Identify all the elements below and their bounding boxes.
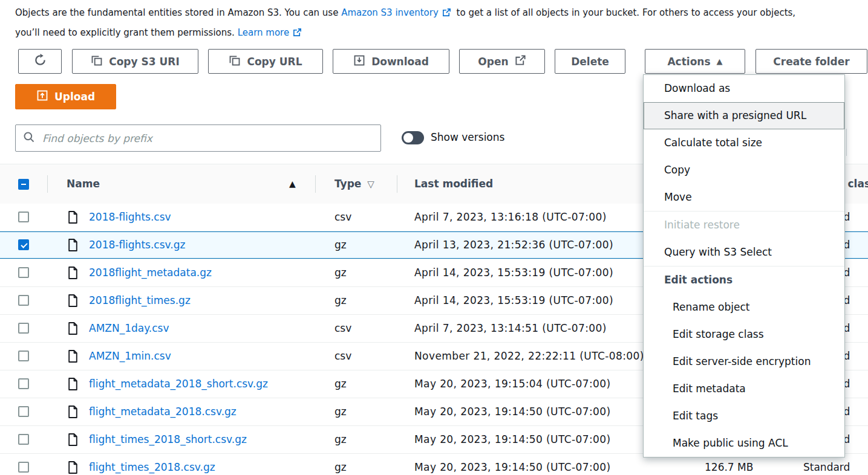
copy-url-label: Copy URL (247, 56, 302, 68)
menu-item-highlighted[interactable]: Share with a presigned URL (644, 102, 844, 129)
object-type: gz (334, 454, 347, 475)
row-checkbox[interactable] (18, 239, 29, 250)
description-line-2: you’ll need to explicitly grant them per… (15, 24, 868, 44)
row-checkbox[interactable] (18, 378, 29, 389)
column-header-last-modified[interactable]: Last modified (414, 164, 493, 204)
open-button[interactable]: Open (459, 49, 545, 74)
copy-url-button[interactable]: Copy URL (208, 49, 323, 74)
object-last-modified: April 7, 2023, 13:16:18 (UTC-07:00) (414, 204, 607, 231)
object-last-modified: May 20, 2023, 19:15:04 (UTC-07:00) (414, 370, 611, 398)
row-checkbox[interactable] (18, 295, 29, 306)
objects-description: Objects are the fundamental entities sto… (15, 4, 868, 44)
column-divider (315, 175, 316, 193)
object-name-link[interactable]: 2018-flights.csv.gz (89, 231, 185, 259)
row-checkbox[interactable] (18, 406, 29, 417)
row-checkbox[interactable] (18, 462, 29, 473)
row-checkbox[interactable] (18, 351, 29, 361)
menu-item[interactable]: Edit server-side encryption (644, 348, 844, 375)
description-line-1: Objects are the fundamental entities sto… (15, 4, 868, 24)
object-last-modified: May 20, 2023, 19:14:50 (UTC-07:00) (414, 398, 611, 425)
menu-item[interactable]: Rename object (644, 294, 844, 321)
object-type: gz (334, 259, 347, 286)
menu-item: Initiate restore (644, 212, 844, 239)
actions-button[interactable]: Actions ▲ (645, 49, 745, 74)
object-name-link[interactable]: flight_metadata_2018_short.csv.gz (89, 370, 268, 398)
column-divider (397, 175, 397, 193)
actions-menu: Download asShare with a presigned URLCal… (643, 74, 845, 457)
actions-label: Actions (667, 56, 710, 68)
file-icon (68, 406, 78, 421)
menu-item[interactable]: Download as (644, 75, 844, 102)
copy-icon (91, 54, 103, 69)
upload-icon (36, 89, 48, 104)
object-last-modified: May 20, 2023, 19:14:50 (UTC-07:00) (414, 454, 611, 475)
menu-item[interactable]: Make public using ACL (644, 430, 844, 457)
file-icon (68, 378, 78, 393)
create-folder-button[interactable]: Create folder (755, 49, 867, 74)
file-icon (68, 433, 78, 448)
object-last-modified: April 7, 2023, 13:14:51 (UTC-07:00) (414, 315, 607, 342)
caret-up-icon: ▲ (717, 57, 723, 65)
row-checkbox[interactable] (18, 323, 29, 334)
external-link-icon (442, 5, 451, 24)
show-versions-label: Show versions (431, 130, 504, 144)
refresh-icon (33, 53, 47, 69)
file-icon (68, 294, 78, 309)
download-button[interactable]: Download (333, 49, 449, 74)
menu-item[interactable]: Move (644, 184, 844, 211)
object-name-link[interactable]: 2018-flights.csv (89, 204, 171, 231)
row-checkbox[interactable] (18, 434, 29, 445)
menu-item[interactable]: Calculate total size (644, 129, 844, 157)
search-box (15, 124, 381, 152)
download-label: Download (371, 56, 429, 68)
create-folder-label: Create folder (773, 56, 849, 68)
external-link-icon (515, 54, 526, 68)
copy-s3-uri-label: Copy S3 URI (109, 56, 180, 68)
object-type: gz (334, 398, 347, 425)
copy-icon (229, 54, 241, 69)
object-name-link[interactable]: 2018flight_metadata.gz (89, 259, 212, 286)
file-icon (68, 461, 78, 475)
object-name-link[interactable]: flight_times_2018_short.csv.gz (89, 426, 247, 453)
object-type: gz (334, 426, 347, 453)
object-last-modified: May 20, 2023, 19:14:50 (UTC-07:00) (414, 426, 611, 453)
search-input[interactable] (41, 132, 373, 145)
object-last-modified: April 14, 2023, 15:53:19 (UTC-07:00) (414, 287, 613, 314)
object-name-link[interactable]: flight_metadata_2018.csv.gz (89, 398, 237, 425)
file-icon (68, 267, 78, 282)
row-checkbox[interactable] (18, 267, 29, 278)
column-divider (47, 175, 48, 193)
menu-item[interactable]: Edit storage class (644, 321, 844, 348)
file-icon (68, 211, 78, 226)
upload-button[interactable]: Upload (15, 84, 116, 109)
sort-ascending-icon[interactable]: ▲ (289, 164, 296, 204)
delete-label: Delete (571, 56, 609, 68)
column-header-name[interactable]: Name (67, 164, 100, 204)
object-last-modified: April 13, 2023, 21:52:36 (UTC-07:00) (414, 231, 613, 259)
select-all-checkbox[interactable] (18, 179, 29, 190)
object-type: gz (334, 231, 347, 259)
refresh-button[interactable] (18, 49, 62, 74)
object-type: gz (334, 370, 347, 398)
column-header-type[interactable]: Type▽ (334, 164, 374, 204)
menu-item[interactable]: Query with S3 Select (644, 239, 844, 266)
show-versions-toggle[interactable] (402, 131, 424, 144)
object-name-link[interactable]: flight_times_2018.csv.gz (89, 454, 215, 475)
menu-item[interactable]: Copy (644, 157, 844, 184)
file-icon (68, 322, 78, 337)
open-label: Open (478, 56, 508, 68)
external-link-icon (293, 25, 302, 44)
object-name-link[interactable]: 2018flight_times.gz (89, 287, 191, 314)
amazon-s3-inventory-link[interactable]: Amazon S3 inventory (341, 7, 454, 18)
menu-item[interactable]: Edit metadata (644, 375, 844, 402)
learn-more-link[interactable]: Learn more (238, 27, 305, 38)
delete-button[interactable]: Delete (555, 49, 625, 74)
copy-s3-uri-button[interactable]: Copy S3 URI (72, 49, 198, 74)
search-icon (23, 131, 35, 146)
object-last-modified: April 14, 2023, 15:53:19 (UTC-07:00) (414, 259, 613, 286)
object-name-link[interactable]: AMZN_1min.csv (89, 343, 171, 370)
object-type: csv (334, 204, 351, 231)
object-name-link[interactable]: AMZN_1day.csv (89, 315, 169, 342)
row-checkbox[interactable] (18, 212, 29, 222)
menu-item[interactable]: Edit tags (644, 402, 844, 430)
